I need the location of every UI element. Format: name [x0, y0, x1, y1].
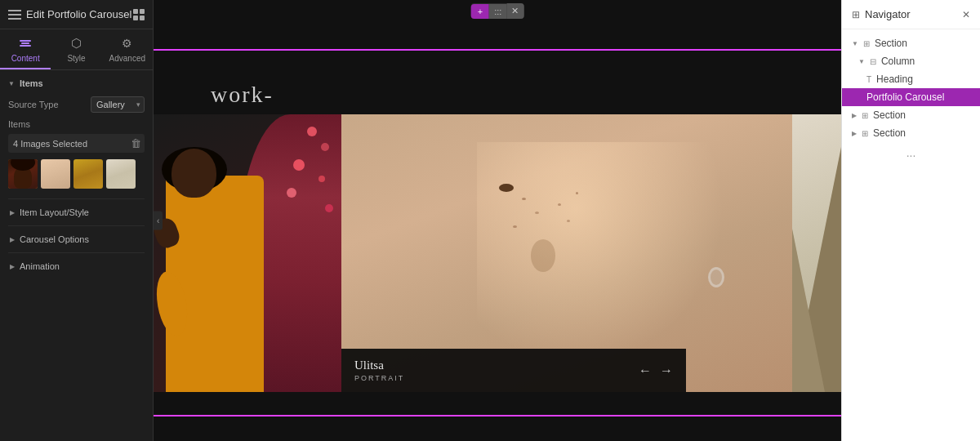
item-layout-header[interactable]: ▶ Item Layout/Style: [8, 207, 145, 217]
navigator-panel: ⊞ Navigator ✕ ▼ ⊞ Section ▼ ⊟ Column T H…: [841, 0, 980, 441]
thumbnail-2[interactable]: [41, 159, 70, 189]
caption-box: Ulitsa PORTRAIT ← →: [341, 349, 686, 392]
nav-dots: ···: [842, 142, 980, 168]
nav-item-section3[interactable]: ▶ ⊞ Section: [842, 124, 980, 142]
canvas-toolbar: + ::: ✕: [471, 3, 524, 19]
work-text: work-: [211, 82, 274, 108]
nav-portfolio-carousel-label: Portfolio Carousel: [866, 91, 944, 103]
canvas-add-btn[interactable]: +: [471, 4, 489, 19]
canvas-move-btn[interactable]: :::: [489, 4, 506, 19]
nav-item-section1[interactable]: ▼ ⊞ Section: [842, 34, 980, 52]
item-layout-section: ▶ Item Layout/Style: [8, 198, 145, 225]
thumbnails-row: [8, 159, 145, 189]
canvas-area: + ::: ✕ work-: [154, 0, 841, 441]
nav-item-heading[interactable]: T Heading: [842, 70, 980, 88]
tabs-row: Content ⬡ Style ⚙ Advanced: [0, 29, 153, 70]
nav-column-icon: ⊟: [870, 57, 876, 66]
carousel-options-section: ▶ Carousel Options: [8, 225, 145, 252]
source-type-label: Source Type: [8, 100, 59, 109]
grid-icon[interactable]: [133, 9, 145, 20]
nav-triangle-column: ▼: [858, 58, 865, 65]
navigator-title: Navigator: [865, 8, 911, 20]
nav-heading-label: Heading: [876, 74, 913, 85]
canvas-top-border: [154, 49, 841, 51]
source-type-select[interactable]: Gallery Custom: [91, 96, 145, 113]
carousel-right-image: [792, 114, 841, 392]
nav-section2-icon: ⊞: [862, 111, 868, 120]
navigator-close-btn[interactable]: ✕: [962, 9, 970, 20]
panel-content: ▼ Items Source Type Gallery Custom Items…: [0, 70, 153, 441]
nav-item-portfolio-carousel[interactable]: Portfolio Carousel: [842, 88, 980, 106]
prev-arrow-btn[interactable]: ←: [639, 363, 652, 378]
animation-header[interactable]: ▶ Animation: [8, 261, 145, 271]
source-type-select-wrapper[interactable]: Gallery Custom: [91, 96, 145, 113]
tab-advanced[interactable]: ⚙ Advanced: [102, 29, 153, 69]
caption-name: Ulitsa: [354, 359, 404, 372]
canvas-bottom-border: [154, 415, 841, 416]
tab-content[interactable]: Content: [0, 29, 51, 69]
thumbnail-4[interactable]: [106, 159, 136, 189]
nav-triangle-section3: ▶: [852, 130, 857, 137]
nav-section2-label: Section: [873, 109, 906, 121]
carousel-options-header[interactable]: ▶ Carousel Options: [8, 234, 145, 244]
nav-section3-icon: ⊞: [862, 129, 868, 138]
items-section-header[interactable]: ▼ Items: [8, 78, 145, 88]
nav-column-label: Column: [881, 56, 915, 67]
nav-section1-icon: ⊞: [863, 39, 870, 48]
carousel-container: Ulitsa PORTRAIT ← →: [154, 114, 841, 392]
carousel-main-image: Ulitsa PORTRAIT ← →: [341, 114, 792, 392]
left-panel: Edit Portfolio Carousel Content ⬡ Style …: [0, 0, 154, 441]
navigator-panel-icon: ⊞: [852, 9, 860, 20]
images-count: 4 Images Selected: [11, 139, 127, 149]
thumbnail-1[interactable]: [8, 159, 38, 189]
items-label: Items: [8, 119, 145, 129]
nav-triangle-section2: ▶: [852, 112, 857, 119]
tab-style[interactable]: ⬡ Style: [51, 29, 101, 69]
caption-subtitle: PORTRAIT: [354, 374, 404, 382]
nav-section1-label: Section: [875, 38, 907, 49]
source-type-row: Source Type Gallery Custom: [8, 96, 145, 113]
nav-item-column[interactable]: ▼ ⊟ Column: [842, 52, 980, 70]
nav-heading-icon: T: [866, 75, 871, 84]
carousel-left-image: [154, 114, 341, 392]
hamburger-icon[interactable]: [8, 10, 21, 20]
nav-tree: ▼ ⊞ Section ▼ ⊟ Column T Heading Portfol…: [842, 29, 980, 441]
nav-item-section2[interactable]: ▶ ⊞ Section: [842, 106, 980, 124]
top-bar: Edit Portfolio Carousel: [0, 0, 153, 29]
canvas-collapse-btn[interactable]: ‹: [154, 212, 163, 230]
canvas-close-btn[interactable]: ✕: [506, 3, 523, 19]
animation-section: ▶ Animation: [8, 252, 145, 279]
next-arrow-btn[interactable]: →: [660, 363, 673, 378]
panel-title: Edit Portfolio Carousel: [26, 8, 131, 20]
nav-triangle-section1: ▼: [852, 40, 858, 47]
thumbnail-3[interactable]: [74, 159, 103, 189]
trash-icon[interactable]: 🗑: [131, 137, 141, 149]
nav-section3-label: Section: [873, 127, 906, 139]
navigator-header: ⊞ Navigator ✕: [842, 0, 980, 29]
images-count-row: 4 Images Selected 🗑: [8, 134, 145, 153]
